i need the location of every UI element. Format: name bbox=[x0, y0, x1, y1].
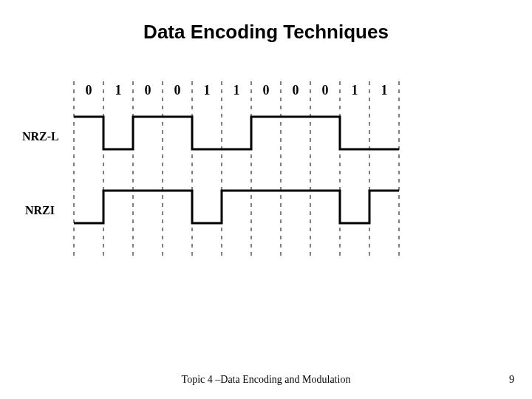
svg-text:0: 0 bbox=[145, 83, 151, 98]
svg-text:1: 1 bbox=[115, 83, 122, 98]
label-nrzl: NRZ-L bbox=[22, 130, 59, 143]
svg-text:0: 0 bbox=[86, 83, 92, 98]
label-nrzi: NRZI bbox=[25, 204, 55, 217]
footer-text: Topic 4 –Data Encoding and Modulation bbox=[0, 374, 532, 386]
svg-text:0: 0 bbox=[322, 83, 329, 98]
svg-text:1: 1 bbox=[204, 83, 211, 98]
svg-text:1: 1 bbox=[352, 83, 358, 98]
page-title: Data Encoding Techniques bbox=[0, 21, 532, 44]
svg-text:0: 0 bbox=[263, 83, 270, 98]
slide: Data Encoding Techniques 01001100011 NRZ… bbox=[0, 0, 532, 399]
svg-text:0: 0 bbox=[174, 83, 181, 98]
svg-text:0: 0 bbox=[293, 83, 299, 98]
waveform-svg: 01001100011 bbox=[22, 81, 451, 259]
encoding-diagram: 01001100011 NRZ-L NRZI bbox=[22, 81, 451, 259]
svg-text:1: 1 bbox=[233, 83, 240, 98]
page-number: 9 bbox=[509, 374, 514, 386]
svg-text:1: 1 bbox=[381, 83, 388, 98]
